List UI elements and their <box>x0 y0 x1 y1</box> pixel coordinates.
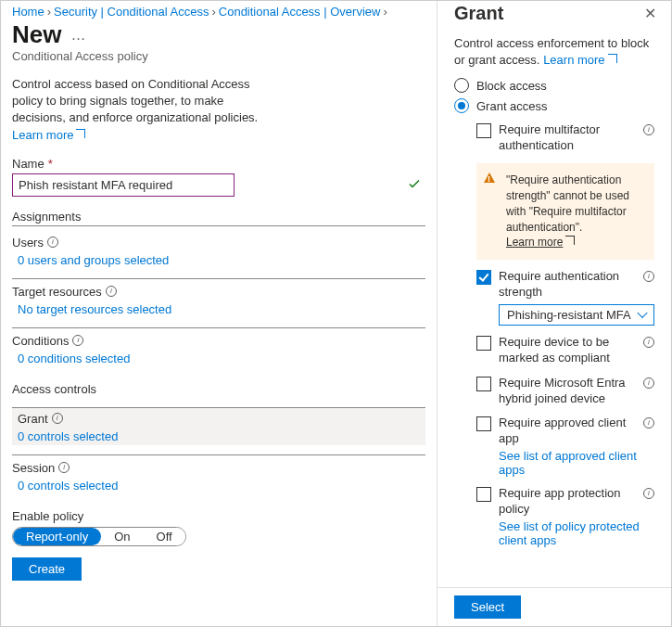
checkbox-icon <box>476 270 491 285</box>
session-selected-link[interactable]: 0 controls selected <box>12 479 425 493</box>
breadcrumb-security[interactable]: Security | Conditional Access <box>54 5 209 19</box>
conditions-label: Conditions <box>12 334 69 348</box>
pill-report-only[interactable]: Report-only <box>13 528 101 545</box>
grant-label: Grant <box>18 412 48 426</box>
checkbox-icon <box>476 336 491 351</box>
checkbox-icon <box>476 123 491 138</box>
chevron-right-icon: › <box>211 5 215 19</box>
enable-policy-label: Enable policy <box>12 509 425 523</box>
name-label: Name <box>12 157 44 171</box>
checkbox-hybrid-joined[interactable]: Require Microsoft Entra hybrid joined de… <box>476 376 654 407</box>
close-icon[interactable]: ✕ <box>640 3 660 24</box>
warning-learn-more-link[interactable]: Learn more <box>506 236 575 249</box>
page-description: Control access based on Conditional Acce… <box>12 76 272 144</box>
breadcrumb-overview[interactable]: Conditional Access | Overview <box>219 5 381 19</box>
required-indicator: * <box>48 157 53 171</box>
radio-icon <box>454 98 469 113</box>
create-button[interactable]: Create <box>12 557 82 581</box>
radio-grant-access[interactable]: Grant access <box>454 98 654 113</box>
info-icon[interactable] <box>643 377 654 389</box>
info-icon[interactable] <box>643 337 654 348</box>
grant-panel-description: Control access enforcement to block or g… <box>454 35 654 69</box>
users-label: Users <box>12 236 44 250</box>
grant-section[interactable]: Grant 0 controls selected <box>12 407 425 445</box>
assignments-heading: Assignments <box>12 210 425 226</box>
auth-strength-select[interactable]: Phishing-resistant MFA <box>499 304 654 326</box>
grant-selected-link[interactable]: 0 controls selected <box>18 429 420 443</box>
main-column: Home › Security | Conditional Access › C… <box>1 1 437 626</box>
users-selected-link[interactable]: 0 users and groups selected <box>12 253 425 267</box>
protection-apps-link[interactable]: See list of policy protected client apps <box>499 519 654 547</box>
checkbox-icon <box>476 377 491 391</box>
enable-policy-toggle[interactable]: Report-only On Off <box>12 527 186 546</box>
approved-apps-link[interactable]: See list of approved client apps <box>499 449 654 477</box>
warning-icon <box>484 173 495 183</box>
page-subtitle: Conditional Access policy <box>12 49 425 63</box>
checkbox-app-protection[interactable]: Require app protection policy <box>476 486 654 518</box>
grant-panel-title: Grant <box>454 3 503 24</box>
conditions-selected-link[interactable]: 0 conditions selected <box>12 352 425 365</box>
info-icon[interactable] <box>72 335 83 346</box>
info-icon[interactable] <box>47 237 58 248</box>
chevron-right-icon: › <box>47 5 51 19</box>
target-resources-label: Target resources <box>12 285 102 299</box>
pill-on[interactable]: On <box>101 528 143 545</box>
learn-more-link[interactable]: Learn more <box>543 53 616 67</box>
checkbox-icon <box>476 416 491 431</box>
select-button[interactable]: Select <box>454 595 521 619</box>
breadcrumb: Home › Security | Conditional Access › C… <box>12 5 425 19</box>
session-label: Session <box>12 461 55 475</box>
target-selected-link[interactable]: No target resources selected <box>12 302 425 316</box>
grant-panel: Grant ✕ Control access enforcement to bl… <box>437 1 671 626</box>
info-icon[interactable] <box>52 413 63 424</box>
chevron-right-icon: › <box>383 5 387 19</box>
access-controls-heading: Access controls <box>12 382 425 398</box>
checkbox-compliant-device[interactable]: Require device to be marked as compliant <box>476 335 654 366</box>
policy-name-input[interactable] <box>12 173 235 197</box>
checkbox-require-mfa[interactable]: Require multifactor authentication <box>476 122 654 154</box>
warning-message: "Require authentication strength" cannot… <box>476 163 654 260</box>
breadcrumb-home[interactable]: Home <box>12 5 44 19</box>
info-icon[interactable] <box>106 286 117 297</box>
radio-block-access[interactable]: Block access <box>454 78 654 93</box>
checkbox-icon <box>476 487 491 502</box>
radio-icon <box>454 78 469 93</box>
checkbox-approved-client[interactable]: Require approved client app <box>476 416 654 447</box>
page-title: New <box>12 20 61 49</box>
more-actions-icon[interactable]: … <box>70 27 85 44</box>
check-icon <box>409 178 420 192</box>
pill-off[interactable]: Off <box>144 528 185 545</box>
learn-more-link[interactable]: Learn more <box>12 128 85 142</box>
checkbox-auth-strength[interactable]: Require authentication strength <box>476 269 654 301</box>
info-icon[interactable] <box>58 462 70 473</box>
